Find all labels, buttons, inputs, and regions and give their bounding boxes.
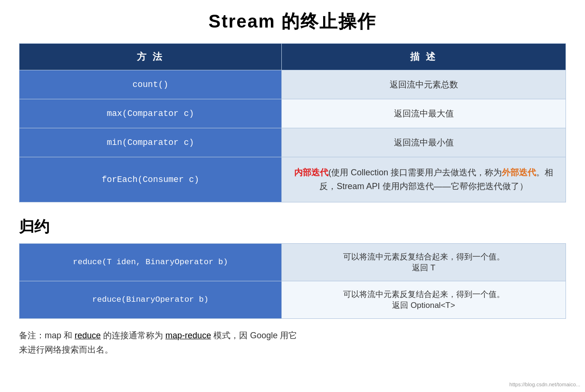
reduce-table: reduce(T iden, BinaryOperator b) 可以将流中元素… — [19, 243, 566, 319]
table-row: max(Comparator c) 返回流中最大值 — [19, 99, 566, 128]
main-table: 方 法 描 述 count() 返回流中元素总数 max(Comparator … — [19, 43, 566, 202]
table-row-foreach: forEach(Consumer c) 内部迭代(使用 Collection 接… — [19, 157, 566, 202]
method-cell-min: min(Comparator c) — [19, 128, 282, 157]
desc-cell-foreach: 内部迭代(使用 Collection 接口需要用户去做迭代，称为外部迭代。相反，… — [282, 157, 566, 202]
table-row: reduce(T iden, BinaryOperator b) 可以将流中元素… — [19, 243, 566, 281]
desc-cell-max: 返回流中最大值 — [282, 99, 566, 128]
foreach-desc-part2: (使用 Collection 接口需要用户去做迭代，称为 — [328, 168, 502, 177]
desc-cell-min: 返回流中最小值 — [282, 128, 566, 157]
header-desc: 描 述 — [282, 44, 566, 70]
reduce-method-label: reduce(T iden, BinaryOperator b) — [73, 258, 228, 267]
page-title: Stream 的终止操作 — [19, 10, 566, 34]
method-cell-count: count() — [19, 70, 282, 99]
table-row: count() 返回流中元素总数 — [19, 70, 566, 99]
table-row: reduce(BinaryOperator b) 可以将流中元素反复结合起来，得… — [19, 281, 566, 318]
foreach-desc-part1: 内部迭代 — [294, 168, 328, 177]
reduce-method-cell-1: reduce(T iden, BinaryOperator b) — [19, 243, 282, 281]
method-label: min(Comparator c) — [107, 138, 194, 147]
title-rest: 的终止操作 — [276, 11, 377, 31]
method-label: count() — [133, 80, 169, 89]
table-header-row: 方 法 描 述 — [19, 44, 566, 70]
table-row: min(Comparator c) 返回流中最小值 — [19, 128, 566, 157]
method-cell-foreach: forEach(Consumer c) — [19, 157, 282, 202]
desc-label: 返回流中元素总数 — [390, 80, 458, 89]
note-text: 备注：map 和 reduce 的连接通常称为 map-reduce 模式，因 … — [19, 331, 297, 355]
foreach-desc-part3: 外部迭代 — [502, 168, 536, 177]
reduce-method-label: reduce(BinaryOperator b) — [92, 295, 209, 304]
reduce-section-title: 归约 — [19, 217, 566, 238]
watermark: https://blog.csdn.net/tomaico... — [509, 382, 580, 387]
reduce-desc-cell-1: 可以将流中元素反复结合起来，得到一个值。返回 T — [282, 243, 566, 281]
desc-label: 返回流中最大值 — [394, 109, 454, 118]
title-bold: Stream — [209, 11, 276, 31]
desc-cell-count: 返回流中元素总数 — [282, 70, 566, 99]
reduce-desc-cell-2: 可以将流中元素反复结合起来，得到一个值。返回 Optional<T> — [282, 281, 566, 318]
method-cell-max: max(Comparator c) — [19, 99, 282, 128]
method-label: max(Comparator c) — [107, 109, 194, 118]
reduce-method-cell-2: reduce(BinaryOperator b) — [19, 281, 282, 318]
note-section: 备注：map 和 reduce 的连接通常称为 map-reduce 模式，因 … — [19, 328, 566, 357]
header-method: 方 法 — [19, 44, 282, 70]
method-label: forEach(Consumer c) — [102, 175, 199, 184]
desc-label: 返回流中最小值 — [394, 138, 454, 147]
